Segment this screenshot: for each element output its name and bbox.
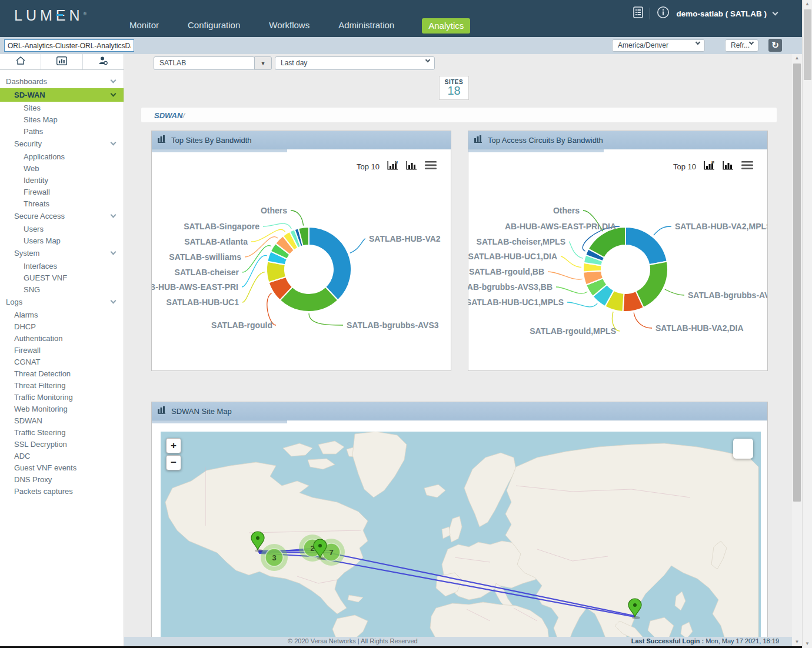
map-layers-button[interactable] <box>733 439 753 459</box>
cluster-input[interactable] <box>4 39 134 52</box>
outer-scrollbar[interactable]: ▲ ▼ <box>802 0 812 648</box>
chevron-down-icon <box>111 78 117 83</box>
chart-type-monthly-icon[interactable]: M <box>387 161 398 172</box>
sidebar-item-security[interactable]: Security <box>0 137 124 151</box>
time-range-select[interactable]: Last day <box>275 56 435 70</box>
label-leader-line <box>548 272 583 279</box>
inner-scrollbar[interactable]: ▲ ▼ <box>792 54 802 646</box>
sidebar-item-sites[interactable]: Sites <box>0 102 124 113</box>
slice-label: SATLAB-cheiser <box>175 268 239 277</box>
donut-slice-satlab-hub-va2[interactable] <box>309 227 351 300</box>
scroll-up-arrow[interactable]: ▲ <box>803 0 812 8</box>
sidebar-item-threats[interactable]: Threats <box>0 198 124 209</box>
slice-label: AB-HUB-AWS-EAST-PRI <box>152 282 238 292</box>
sidebar-item-label: DHCP <box>14 322 36 331</box>
refresh-interval-select[interactable]: Refr... <box>725 39 758 52</box>
nav-tab-monitor[interactable]: Monitor <box>128 20 160 37</box>
world-map[interactable]: + − 327 <box>161 432 761 641</box>
sidebar-item-applications[interactable]: Applications <box>0 151 124 162</box>
chart-type-bar-icon[interactable] <box>406 161 417 172</box>
scrollbar-thumb[interactable] <box>793 64 801 502</box>
nav-tab-workflows[interactable]: Workflows <box>268 20 311 37</box>
sidebar-item-ssl-decryption[interactable]: SSL Decryption <box>0 438 124 450</box>
label-leader-line <box>561 256 581 268</box>
refresh-button[interactable]: ↻ <box>768 39 782 52</box>
scroll-down-arrow[interactable]: ▼ <box>792 638 802 646</box>
sidebar-item-interfaces[interactable]: Interfaces <box>0 260 124 272</box>
timezone-select[interactable]: America/Denver <box>612 39 705 52</box>
donut-slice-satlab-hub-va2-mpls[interactable] <box>625 227 667 265</box>
top-sites-panel: Top Sites By Bandwidth Top 10 M SATLAB-H… <box>151 131 451 371</box>
sidebar-item-threat-detection[interactable]: Threat Detection <box>0 368 124 379</box>
sidebar-item-label: Sites Map <box>24 115 58 124</box>
sidebar-item-cgnat[interactable]: CGNAT <box>0 356 124 368</box>
site-cluster-3[interactable]: 3 <box>261 544 288 571</box>
sidebar-item-packets-captures[interactable]: Packets captures <box>0 485 124 497</box>
sidebar-item-identity[interactable]: Identity <box>0 174 124 186</box>
slice-label: LAB-bgrubbs-AVS3,BB <box>468 282 553 292</box>
sidebar-item-logs[interactable]: Logs <box>0 295 124 309</box>
sidebar-item-guest-vnf[interactable]: GUEST VNF <box>0 272 124 283</box>
sidebar-item-firewall[interactable]: Firewall <box>0 344 124 356</box>
appliance-select[interactable]: SATLAB <box>154 56 255 70</box>
sidebar: DashboardsSD-WANSitesSites MapPathsSecur… <box>0 54 124 646</box>
sidebar-item-adc[interactable]: ADC <box>0 450 124 462</box>
sidebar-item-alarms[interactable]: Alarms <box>0 309 124 320</box>
sidebar-item-sites-map[interactable]: Sites Map <box>0 113 124 125</box>
top-header: LUMEN® MonitorConfigurationWorkflowsAdmi… <box>0 0 802 37</box>
nav-tab-analytics[interactable]: Analytics <box>422 18 470 34</box>
sidebar-item-guest-vnf-events[interactable]: Guest VNF events <box>0 462 124 473</box>
sidebar-item-sd-wan[interactable]: SD-WAN <box>0 88 124 102</box>
report-list-icon[interactable] <box>633 6 643 21</box>
filter-bar: America/Denver Refr... ↻ <box>0 37 802 54</box>
sidebar-item-sng[interactable]: SNG <box>0 283 124 295</box>
analytics-app: LUMEN® MonitorConfigurationWorkflowsAdmi… <box>0 0 812 648</box>
chart-type-bar-icon[interactable] <box>723 161 734 172</box>
scroll-up-arrow[interactable]: ▲ <box>792 54 802 62</box>
sidebar-item-users-map[interactable]: Users Map <box>0 235 124 246</box>
sidebar-item-dns-proxy[interactable]: DNS Proxy <box>0 473 124 485</box>
scroll-down-arrow[interactable]: ▼ <box>803 640 812 648</box>
zoom-in-button[interactable]: + <box>166 438 181 453</box>
user-admin-icon <box>98 56 108 68</box>
top-n-label[interactable]: Top 10 <box>673 162 696 171</box>
user-menu[interactable]: demo-satlab ( SATLAB ) <box>676 9 767 18</box>
sidebar-item-dhcp[interactable]: DHCP <box>0 320 124 332</box>
sidebar-item-threat-filtering[interactable]: Threat Filtering <box>0 379 124 391</box>
label-leader-line <box>665 289 684 295</box>
sidebar-item-web-monitoring[interactable]: Web Monitoring <box>0 403 124 415</box>
chevron-down-icon <box>111 140 117 146</box>
sidebar-item-system[interactable]: System <box>0 246 124 260</box>
sidebar-item-traffic-steering[interactable]: Traffic Steering <box>0 426 124 438</box>
slice-label: Others <box>261 206 287 215</box>
panel-title: Top Sites By Bandwidth <box>171 136 252 145</box>
zoom-out-button[interactable]: − <box>166 455 181 470</box>
breadcrumb-path[interactable]: SDWAN <box>154 111 182 120</box>
appliance-dropdown-button[interactable]: ▾ <box>254 56 272 70</box>
sidebar-item-sdwan[interactable]: SDWAN <box>0 415 124 426</box>
sidebar-item-authentication[interactable]: Authentication <box>0 332 124 344</box>
sidebar-item-traffic-monitoring[interactable]: Traffic Monitoring <box>0 391 124 403</box>
tab-dashboards[interactable] <box>41 54 82 69</box>
sidebar-item-secure-access[interactable]: Secure Access <box>0 209 124 223</box>
sidebar-item-web[interactable]: Web <box>0 162 124 174</box>
menu-icon[interactable] <box>425 161 437 172</box>
chevron-down-icon[interactable] <box>773 9 778 15</box>
nav-tab-configuration[interactable]: Configuration <box>187 20 241 37</box>
nav-tab-administration[interactable]: Administration <box>337 20 395 37</box>
main-nav: MonitorConfigurationWorkflowsAdministrat… <box>128 18 470 37</box>
sidebar-item-label: SDWAN <box>14 416 42 425</box>
tab-home[interactable] <box>0 54 41 69</box>
sidebar-item-label: Threat Filtering <box>14 381 65 390</box>
scrollbar-thumb[interactable] <box>804 9 811 80</box>
refresh-value: Refr... <box>731 41 750 49</box>
menu-icon[interactable] <box>741 161 753 172</box>
sidebar-item-dashboards[interactable]: Dashboards <box>0 75 124 88</box>
sidebar-item-firewall[interactable]: Firewall <box>0 186 124 198</box>
tab-admin[interactable] <box>83 54 124 69</box>
info-icon[interactable] <box>657 6 670 21</box>
top-n-label[interactable]: Top 10 <box>357 162 380 171</box>
chart-type-monthly-icon[interactable]: M <box>704 161 715 172</box>
sidebar-item-users[interactable]: Users <box>0 223 124 235</box>
sidebar-item-paths[interactable]: Paths <box>0 125 124 137</box>
